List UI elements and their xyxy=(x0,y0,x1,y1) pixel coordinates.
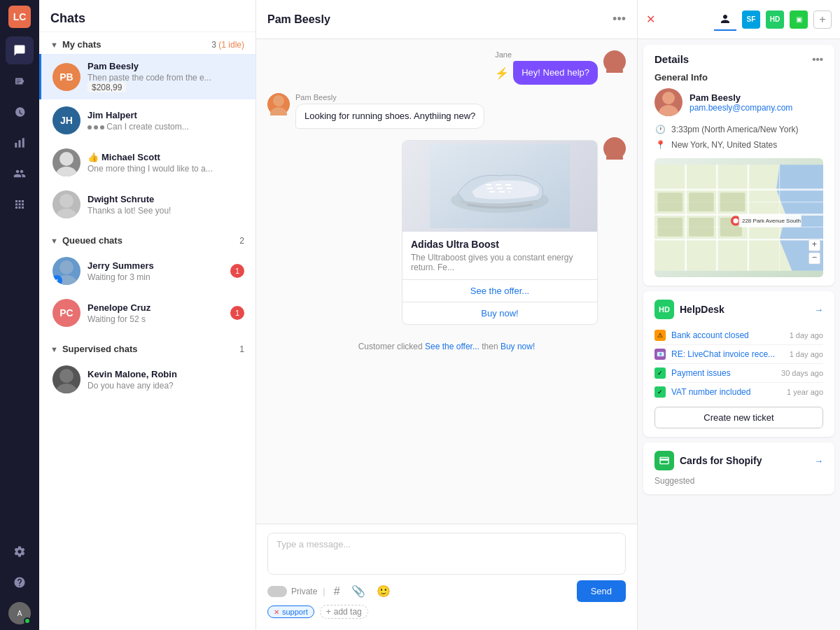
message-jane: Jane ⚡ Hey! Need help? xyxy=(267,50,626,85)
msg-bubble-pam: Looking for running shoes. Anythiing new… xyxy=(295,104,484,129)
customer-location: New York, NY, United States xyxy=(671,140,777,150)
nav-apps[interactable] xyxy=(6,190,34,218)
private-switch[interactable] xyxy=(267,586,287,597)
click-buy-now[interactable]: Buy now! xyxy=(500,342,535,351)
chat-name-michael: 👍Michael Scott xyxy=(88,152,244,162)
chat-item-penelope[interactable]: PC Penelope Cruz Waiting for 52 s 1 xyxy=(39,292,255,334)
svg-point-5 xyxy=(59,194,74,208)
nav-settings[interactable] xyxy=(6,538,34,566)
online-indicator xyxy=(24,617,31,624)
ticket-name-livechat: RE: LiveChat invoice rece... xyxy=(671,349,784,359)
chat-item-jerry[interactable]: f Jerry Summers Waiting for 3 min 1 xyxy=(39,250,255,292)
create-ticket-button[interactable]: Create new ticket xyxy=(654,407,823,428)
queued-chats-section-header[interactable]: ▼ Queued chats 2 xyxy=(39,228,255,250)
tab-salesforce[interactable]: SF xyxy=(742,10,760,29)
helpdesk-arrow[interactable]: → xyxy=(814,304,823,315)
product-image xyxy=(402,141,597,232)
hashtag-icon[interactable]: # xyxy=(331,582,343,601)
nav-history[interactable] xyxy=(6,98,34,126)
chat-input-area: Type a message... Private | # 📎 🙂 Send ✕… xyxy=(256,524,637,630)
private-toggle[interactable]: Private xyxy=(267,586,317,597)
product-description: The Ultraboost gives you a constant ener… xyxy=(411,253,589,272)
click-see-offer[interactable]: See the offer... xyxy=(425,342,479,351)
chat-info-dwight: Dwight Schrute Thanks a lot! See you! xyxy=(88,194,244,216)
chat-main: Pam Beesly ••• Jane ⚡ Hey! Need help? Pa… xyxy=(256,0,637,630)
chat-preview-kevin: Do you have any idea? xyxy=(88,381,244,391)
nav-chats[interactable] xyxy=(6,36,34,64)
emoji-icon[interactable]: 🙂 xyxy=(374,582,393,601)
tab-green[interactable]: ▣ xyxy=(790,10,808,29)
close-panel-button[interactable]: ✕ xyxy=(646,13,655,26)
chat-item-dwight[interactable]: Dwight Schrute Thanks a lot! See you! xyxy=(39,183,255,225)
chat-messages: Jane ⚡ Hey! Need help? Pam Beesly Lookin… xyxy=(256,39,637,524)
chat-item-pam[interactable]: PB Pam Beesly Then paste the code from t… xyxy=(39,54,255,99)
supervised-chats-section-header[interactable]: ▼ Supervised chats 1 xyxy=(39,337,255,358)
badge-penelope: 1 xyxy=(230,306,244,320)
ticket-icon-green-1: ✓ xyxy=(654,368,666,379)
ticket-vat[interactable]: ✓ VAT number included 1 year ago xyxy=(654,383,823,401)
ticket-icon-orange: ⚠ xyxy=(654,330,666,341)
nav-team[interactable] xyxy=(6,160,34,188)
tag-support[interactable]: ✕ support xyxy=(267,606,314,618)
nav-reports[interactable] xyxy=(6,129,34,157)
private-label: Private xyxy=(291,587,317,596)
add-tag-label: add tag xyxy=(334,607,362,617)
message-input[interactable]: Type a message... xyxy=(267,533,626,575)
my-chats-section-header[interactable]: ▼ My chats 3 (1 idle) xyxy=(39,32,255,54)
msg-content-jane: Jane ⚡ Hey! Need help? xyxy=(495,50,598,85)
chat-item-jim[interactable]: JH Jim Halpert Can I create custom... xyxy=(39,99,255,141)
tag-remove-icon[interactable]: ✕ xyxy=(274,608,279,616)
chat-info-jim: Jim Halpert Can I create custom... xyxy=(88,110,244,132)
user-avatar[interactable]: A xyxy=(8,602,31,624)
details-options[interactable]: ••• xyxy=(812,53,823,65)
chat-item-kevin[interactable]: Kevin Malone, Robin Do you have any idea… xyxy=(39,358,255,400)
click-info: Customer clicked See the offer... then B… xyxy=(267,336,626,357)
add-tag-button[interactable]: + add tag xyxy=(320,605,368,619)
customer-map: 228 Park Avenue South + − xyxy=(654,158,823,277)
ticket-bank-account[interactable]: ⚠ Bank account closed 1 day ago xyxy=(654,326,823,345)
message-pam: Pam Beesly Looking for running shoes. An… xyxy=(267,93,626,129)
icon-bar-bottom: A xyxy=(6,538,34,624)
queued-chats-chevron: ▼ xyxy=(50,237,58,245)
customer-info: Pam Beesly pam.beesly@company.com xyxy=(654,88,823,116)
cards-title: Cards for Shopify xyxy=(680,455,808,466)
msg-sender-pam: Pam Beesly xyxy=(295,93,484,102)
customer-location-row: 📍 New York, NY, United States xyxy=(654,137,823,153)
helpdesk-badge: HD xyxy=(654,300,674,319)
cards-section: Cards for Shopify → Suggested xyxy=(643,442,834,494)
right-panel-header: ✕ SF HD ▣ + xyxy=(638,0,840,39)
nav-help[interactable] xyxy=(6,568,34,596)
product-name: Adidas Ultra Boost xyxy=(411,239,589,250)
ticket-time-bank: 1 day ago xyxy=(790,331,823,340)
svg-point-7 xyxy=(59,260,74,274)
chat-info-penelope: Penelope Cruz Waiting for 52 s xyxy=(88,302,223,324)
ticket-name-bank: Bank account closed xyxy=(671,330,784,340)
my-chats-count: 3 (1 idle) xyxy=(211,40,244,50)
svg-rect-39 xyxy=(657,218,682,237)
buy-now-link[interactable]: Buy now! xyxy=(402,302,597,324)
chat-header-options[interactable]: ••• xyxy=(612,12,626,27)
cards-arrow[interactable]: → xyxy=(814,456,823,466)
tab-hd[interactable]: HD xyxy=(766,10,784,29)
svg-point-9 xyxy=(59,369,74,383)
badge-jerry: 1 xyxy=(230,264,244,278)
nav-tickets[interactable] xyxy=(6,67,34,95)
attachment-icon[interactable]: 📎 xyxy=(349,582,368,601)
tab-add[interactable]: + xyxy=(813,10,832,29)
product-card: Adidas Ultra Boost The Ultraboost gives … xyxy=(402,140,598,325)
chat-input-toolbar: Private | # 📎 🙂 Send xyxy=(267,580,626,602)
see-offer-link[interactable]: See the offer... xyxy=(402,279,597,302)
chat-item-michael[interactable]: 👍Michael Scott One more thing I would li… xyxy=(39,141,255,183)
queued-chats-label: Queued chats xyxy=(62,235,239,246)
chat-name-jerry: Jerry Summers xyxy=(88,260,223,271)
customer-name: Pam Beesly xyxy=(690,92,792,103)
svg-point-10 xyxy=(55,384,78,393)
avatar-jim: JH xyxy=(52,106,80,134)
send-button[interactable]: Send xyxy=(577,580,626,602)
ticket-livechat-invoice[interactable]: 📧 RE: LiveChat invoice rece... 1 day ago xyxy=(654,345,823,364)
svg-point-3 xyxy=(59,152,74,166)
svg-point-22 xyxy=(662,92,675,104)
ticket-payment-issues[interactable]: ✓ Payment issues 30 days ago xyxy=(654,364,823,383)
customer-email[interactable]: pam.beesly@company.com xyxy=(690,103,792,113)
tab-person[interactable] xyxy=(714,8,736,31)
